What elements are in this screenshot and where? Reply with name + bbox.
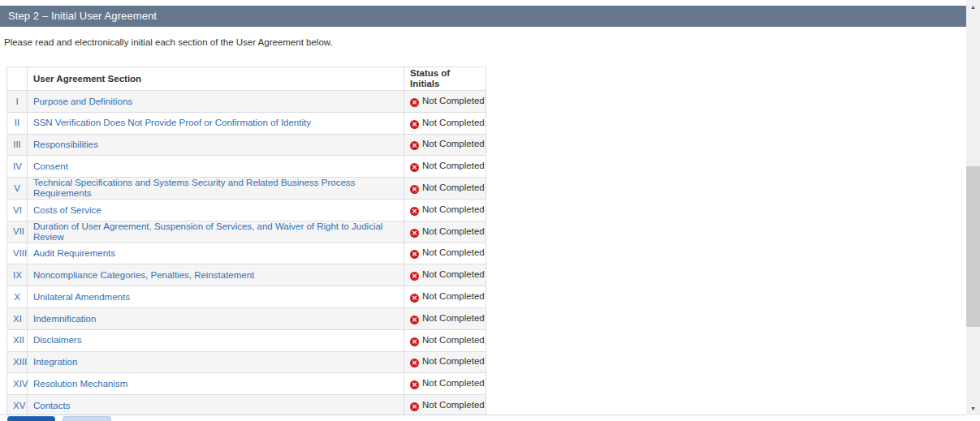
not-completed-icon: ✕ (410, 337, 419, 346)
not-completed-icon: ✕ (410, 141, 419, 150)
status-text: Not Completed (422, 226, 485, 236)
table-row: IXNoncompliance Categories, Penalties, R… (7, 264, 486, 286)
status-cell: ✕Not Completed (404, 112, 486, 134)
row-numeral: IX (7, 264, 28, 286)
status-text: Not Completed (422, 183, 485, 192)
secondary-button-partial[interactable] (63, 416, 111, 421)
status-cell: ✕Not Completed (404, 91, 486, 113)
status-cell: ✕Not Completed (404, 329, 486, 351)
status-cell: ✕Not Completed (404, 199, 486, 221)
agreement-table: User Agreement Section Status of Initial… (6, 67, 486, 415)
section-cell: Integration (28, 351, 404, 373)
section-cell: Disclaimers (28, 329, 404, 351)
section-cell: Noncompliance Categories, Penalties, Rei… (28, 264, 404, 286)
row-numeral: III (7, 134, 28, 156)
section-link[interactable]: Costs of Service (33, 205, 101, 215)
section-link[interactable]: Consent (33, 161, 68, 171)
section-cell: Consent (28, 156, 404, 178)
status-cell: ✕Not Completed (404, 156, 486, 178)
step-title: Step 2 – Initial User Agreement (8, 10, 157, 22)
status-cell: ✕Not Completed (404, 243, 486, 264)
table-row: IVConsent✕Not Completed (7, 156, 486, 178)
table-header-row: User Agreement Section Status of Initial… (7, 67, 486, 91)
not-completed-icon: ✕ (410, 120, 419, 129)
row-numeral: IV (7, 156, 28, 178)
status-text: Not Completed (422, 139, 485, 148)
status-cell: ✕Not Completed (404, 178, 486, 200)
section-link[interactable]: Purpose and Definitions (33, 97, 132, 106)
section-cell: Purpose and Definitions (28, 91, 404, 113)
status-cell: ✕Not Completed (404, 351, 486, 373)
section-link[interactable]: Disclaimers (33, 335, 81, 345)
not-completed-icon: ✕ (410, 185, 419, 194)
table-row: VTechnical Specifications and Systems Se… (7, 178, 486, 200)
status-cell: ✕Not Completed (404, 286, 486, 308)
section-link[interactable]: Technical Specifications and Systems Sec… (33, 178, 355, 198)
section-cell: SSN Verification Does Not Provide Proof … (28, 112, 404, 134)
row-numeral: V (7, 178, 28, 200)
status-cell: ✕Not Completed (404, 395, 486, 415)
instruction-text: Please read and electronically initial e… (4, 37, 333, 47)
section-link[interactable]: Resolution Mechanism (33, 379, 127, 389)
scrollbar-thumb[interactable] (966, 166, 980, 327)
status-cell: ✕Not Completed (404, 307, 486, 329)
status-text: Not Completed (422, 356, 485, 366)
status-text: Not Completed (422, 291, 485, 301)
row-numeral: XIV (7, 373, 28, 395)
agreement-pane: Step 2 – Initial User Agreement Please r… (0, 0, 966, 415)
section-cell: Duration of User Agreement, Suspension o… (28, 221, 404, 243)
vertical-scrollbar[interactable]: ▲ ▼ (966, 0, 980, 415)
section-cell: Resolution Mechanism (28, 373, 404, 395)
row-numeral: XI (7, 307, 28, 329)
not-completed-icon: ✕ (410, 207, 419, 216)
row-numeral: VIII (7, 243, 28, 264)
table-row: VIIDuration of User Agreement, Suspensio… (7, 221, 486, 243)
not-completed-icon: ✕ (410, 359, 419, 367)
section-cell: Contacts (28, 395, 404, 415)
not-completed-icon: ✕ (410, 163, 419, 172)
not-completed-icon: ✕ (410, 272, 419, 281)
row-numeral: XIII (7, 351, 28, 373)
status-text: Not Completed (422, 400, 485, 410)
row-numeral: XII (7, 329, 28, 351)
row-numeral: I (7, 91, 28, 113)
not-completed-icon: ✕ (410, 316, 419, 324)
bottom-button-strip (0, 416, 966, 421)
page: Step 2 – Initial User Agreement Please r… (0, 0, 980, 421)
section-cell: Technical Specifications and Systems Sec… (28, 178, 404, 200)
table-row: XIIndemnification✕Not Completed (7, 307, 486, 329)
row-numeral: II (7, 112, 28, 134)
section-link[interactable]: Indemnification (33, 314, 96, 324)
scroll-down-arrow[interactable]: ▼ (966, 402, 980, 415)
section-link[interactable]: Unilateral Amendments (33, 292, 130, 302)
status-text: Not Completed (422, 313, 485, 323)
not-completed-icon: ✕ (410, 380, 419, 389)
table-row: XUnilateral Amendments✕Not Completed (7, 286, 486, 308)
scroll-up-arrow[interactable]: ▲ (966, 0, 980, 14)
row-numeral: VI (7, 199, 28, 221)
table-row: VIIIAudit Requirements✕Not Completed (7, 243, 486, 264)
section-link[interactable]: Responsibilities (33, 140, 98, 149)
section-cell: Costs of Service (28, 199, 404, 221)
table-row: XIIIIntegration✕Not Completed (7, 351, 486, 373)
not-completed-icon: ✕ (410, 250, 419, 259)
section-column-header: User Agreement Section (28, 67, 404, 91)
section-cell: Unilateral Amendments (28, 286, 404, 308)
status-column-header: Status of Initials (404, 67, 486, 91)
status-text: Not Completed (422, 247, 485, 257)
row-numeral: VII (7, 221, 28, 243)
primary-button-partial[interactable] (7, 416, 55, 421)
section-link[interactable]: Contacts (33, 401, 70, 410)
table-row: XVContacts✕Not Completed (7, 395, 486, 415)
section-link[interactable]: Integration (33, 357, 77, 367)
section-link[interactable]: SSN Verification Does Not Provide Proof … (33, 118, 311, 127)
table-row: XIIDisclaimers✕Not Completed (7, 329, 486, 351)
step-header-bar: Step 2 – Initial User Agreement (0, 6, 966, 27)
status-text: Not Completed (422, 96, 485, 105)
row-numeral: XV (7, 395, 28, 415)
section-link[interactable]: Noncompliance Categories, Penalties, Rei… (33, 270, 254, 280)
section-link[interactable]: Duration of User Agreement, Suspension o… (33, 221, 382, 242)
row-numeral: X (7, 286, 28, 308)
table-row: IPurpose and Definitions✕Not Completed (7, 91, 486, 113)
section-link[interactable]: Audit Requirements (33, 248, 115, 258)
